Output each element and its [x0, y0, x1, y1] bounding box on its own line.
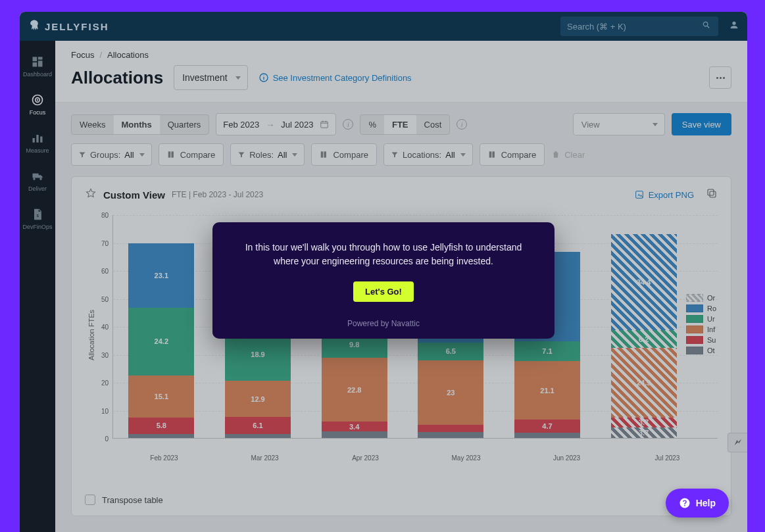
help-label: Help [696, 498, 716, 508]
tour-footer: Powered by Navattic [232, 319, 535, 328]
tour-popup: In this tour we'll walk you through how … [212, 222, 555, 339]
tour-cta-button[interactable]: Let's Go! [353, 281, 414, 302]
tour-text: In this tour we'll walk you through how … [232, 241, 535, 268]
tour-overlay: In this tour we'll walk you through how … [20, 12, 747, 532]
help-button[interactable]: Help [666, 489, 729, 518]
